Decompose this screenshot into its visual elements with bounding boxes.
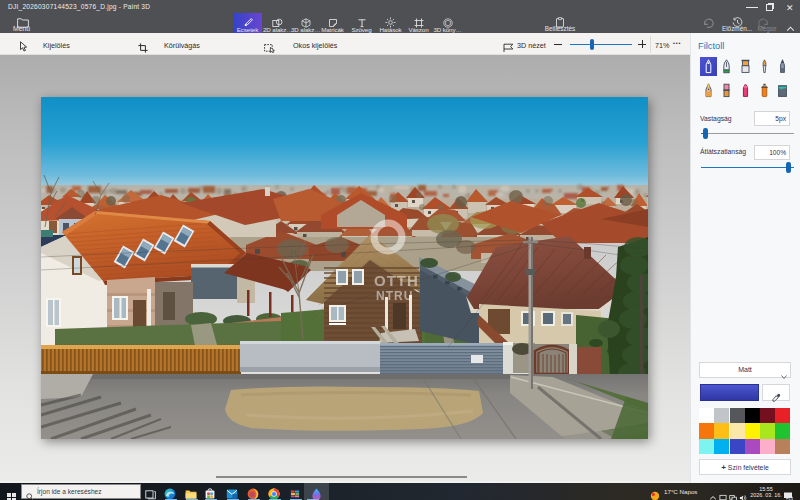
svg-text:OTTH: OTTH: [374, 272, 419, 289]
svg-text:NTRU: NTRU: [376, 289, 413, 303]
